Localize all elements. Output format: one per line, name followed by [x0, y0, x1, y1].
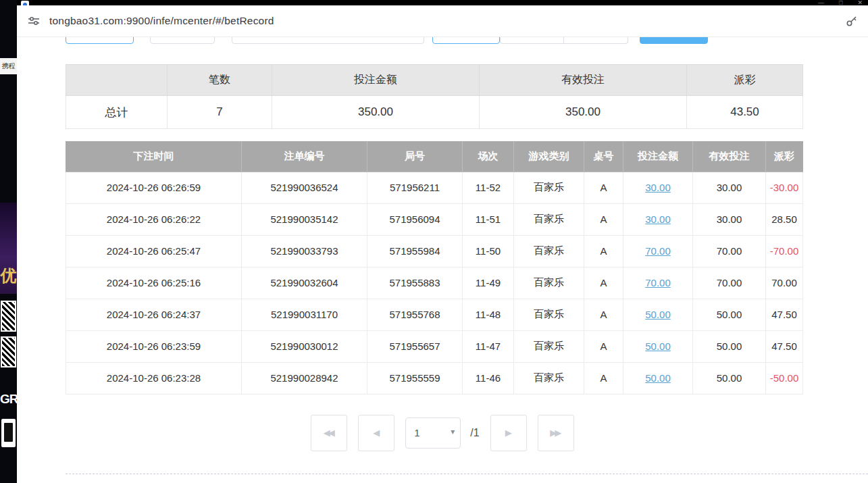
page-select[interactable]: 1: [405, 417, 461, 449]
bet-amount-link[interactable]: 70.00: [645, 277, 671, 288]
summary-header-valid-bet: 有效投注: [480, 65, 687, 96]
cell-bet-time: 2024-10-26 06:25:16: [66, 267, 242, 299]
header-bet-amount: 投注金额: [623, 141, 693, 172]
content-area: 笔数 投注金额 有效投注 派彩 总计 7 350.00 350.00 43.50: [66, 64, 802, 395]
cell-game-type: 百家乐: [514, 172, 584, 203]
summary-total-row: 总计 7 350.00 350.00 43.50: [66, 96, 803, 129]
cell-bet-time: 2024-10-26 06:23:59: [66, 330, 242, 362]
cell-round-id: 571955559: [367, 362, 463, 394]
cell-table-no: A: [584, 267, 623, 299]
next-page-button[interactable]: ▶: [490, 415, 527, 451]
cell-payout: 70.00: [766, 267, 803, 299]
bet-amount-link[interactable]: 30.00: [645, 182, 671, 193]
first-page-button[interactable]: ◀◀: [311, 415, 347, 451]
date-range-input[interactable]: [232, 37, 424, 44]
cell-round-id: 571955883: [367, 267, 463, 299]
cell-table-no: A: [584, 172, 623, 203]
cell-game-type: 百家乐: [514, 362, 584, 394]
cell-game-type: 百家乐: [514, 203, 584, 235]
bet-amount-link[interactable]: 50.00: [645, 309, 671, 320]
table-row: 2024-10-26 06:24:37521990031170571955768…: [66, 299, 803, 330]
cell-session: 11-52: [463, 172, 514, 203]
cell-valid-bet: 50.00: [693, 299, 766, 330]
header-valid-bet: 有效投注: [693, 141, 766, 172]
cell-table-no: A: [584, 203, 623, 235]
bet-amount-link[interactable]: 50.00: [645, 372, 671, 384]
filter-button-5[interactable]: [564, 37, 628, 44]
pagination: ◀◀ ◀ 1 ▾ /1 ▶ ▶▶: [17, 415, 868, 451]
background-white-box: [1, 419, 16, 447]
page-total-label: /1: [470, 427, 479, 439]
qr-code-1: [1, 301, 16, 332]
cell-bet-id: 521990036524: [242, 172, 367, 203]
address-bar[interactable]: tongbao31.com:9900/infe/mcenter/#/betRec…: [17, 5, 868, 37]
cell-valid-bet: 50.00: [693, 362, 766, 394]
last-page-button[interactable]: ▶▶: [538, 415, 574, 451]
filter-row: [66, 37, 802, 44]
page-select-wrap: 1 ▾: [405, 417, 461, 449]
close-icon[interactable]: ✕: [857, 0, 863, 5]
cell-bet-time: 2024-10-26 06:23:28: [66, 362, 242, 394]
prev-page-button[interactable]: ◀: [358, 415, 394, 451]
dashed-divider: [66, 474, 868, 474]
cell-round-id: 571955768: [367, 299, 463, 330]
filter-button-4[interactable]: [500, 37, 564, 44]
cell-round-id: 571956211: [367, 172, 463, 203]
cell-bet-id: 521990028942: [242, 362, 367, 394]
site-settings-icon[interactable]: [27, 14, 41, 28]
filter-button-2[interactable]: [150, 37, 215, 44]
window-controls[interactable]: — □ ✕: [818, 0, 863, 5]
cell-payout: 47.50: [766, 299, 803, 330]
cell-bet-id: 521990033793: [242, 235, 367, 267]
cell-game-type: 百家乐: [514, 299, 584, 330]
table-row: 2024-10-26 06:25:16521990032604571955883…: [66, 267, 803, 299]
bet-amount-link[interactable]: 70.00: [645, 245, 671, 257]
header-game-type: 游戏类别: [514, 141, 584, 172]
cell-payout: -50.00: [766, 362, 803, 394]
bet-table-body: 2024-10-26 06:26:59521990036524571956211…: [66, 172, 803, 394]
minimize-icon[interactable]: —: [818, 0, 824, 5]
header-bet-id: 注单编号: [242, 141, 367, 172]
cell-session: 11-46: [463, 362, 514, 394]
cell-game-type: 百家乐: [514, 267, 584, 299]
background-window-strip: 携程 优 GR: [0, 0, 17, 483]
cell-bet-amount: 30.00: [623, 172, 693, 203]
tab-favicon-icon: [21, 1, 29, 5]
password-key-icon[interactable]: [845, 14, 859, 28]
header-round-id: 局号: [367, 141, 463, 172]
cell-round-id: 571956094: [367, 203, 463, 235]
search-button[interactable]: [640, 37, 708, 44]
screen: 携程 优 GR — □ ✕ tong: [0, 0, 868, 483]
cell-valid-bet: 70.00: [693, 235, 766, 267]
bet-amount-link[interactable]: 30.00: [645, 213, 671, 225]
table-row: 2024-10-26 06:23:59521990030012571955657…: [66, 330, 803, 362]
cell-bet-time: 2024-10-26 06:26:59: [66, 172, 242, 203]
summary-header-row: 笔数 投注金额 有效投注 派彩: [66, 65, 803, 96]
maximize-icon[interactable]: □: [839, 0, 842, 5]
background-site-label: 携程: [0, 58, 17, 74]
browser-window: — □ ✕ tongbao31.com:9900/infe/mcenter/#/…: [17, 0, 868, 483]
header-bet-time: 下注时间: [66, 141, 242, 172]
summary-payout-value: 43.50: [687, 96, 803, 129]
cell-bet-amount: 70.00: [623, 235, 693, 267]
filter-button-3[interactable]: [432, 37, 500, 44]
filter-button-1[interactable]: [66, 37, 134, 44]
summary-count-value: 7: [168, 96, 272, 129]
cell-game-type: 百家乐: [514, 235, 584, 267]
cell-valid-bet: 70.00: [693, 267, 766, 299]
cell-session: 11-50: [463, 235, 514, 267]
url-text[interactable]: tongbao31.com:9900/infe/mcenter/#/betRec…: [49, 15, 274, 27]
cell-bet-amount: 70.00: [623, 267, 693, 299]
cell-valid-bet: 30.00: [693, 172, 766, 203]
cell-valid-bet: 30.00: [693, 203, 766, 235]
summary-header-payout: 派彩: [687, 65, 803, 96]
cell-table-no: A: [584, 330, 623, 362]
cell-bet-time: 2024-10-26 06:24:37: [66, 299, 242, 330]
qr-code-2: [1, 336, 16, 367]
cell-payout: -30.00: [766, 172, 803, 203]
background-gold-text: 优: [0, 265, 17, 286]
bet-amount-link[interactable]: 50.00: [645, 340, 671, 352]
cell-session: 11-48: [463, 299, 514, 330]
cell-payout: 28.50: [766, 203, 803, 235]
summary-bet-amount-value: 350.00: [272, 96, 480, 129]
